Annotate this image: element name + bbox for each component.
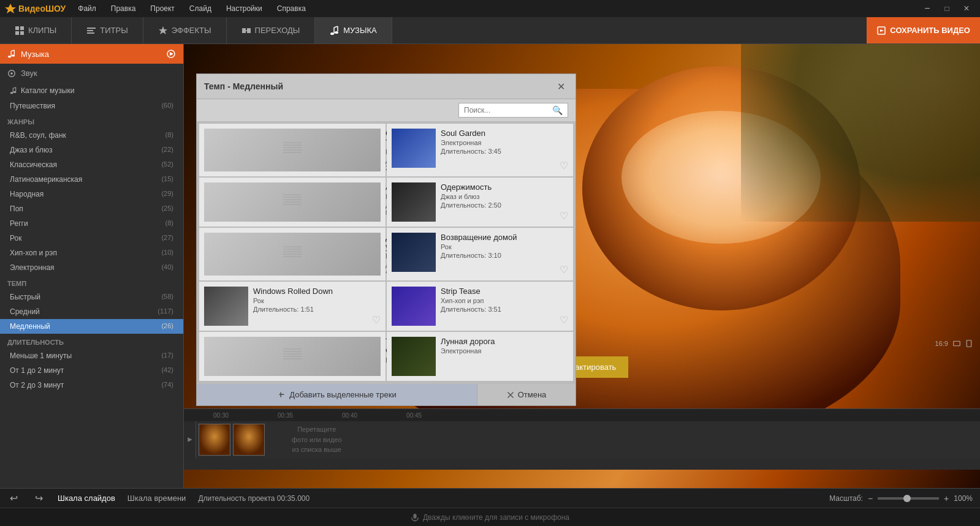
dialog-footer: Добавить выделенные треки Отмена: [197, 383, 575, 405]
genre-folk[interactable]: Народная(29): [0, 187, 183, 201]
svg-point-32: [13, 91, 17, 93]
tempo-medium[interactable]: Средний(117): [0, 304, 183, 319]
tab-bar: КЛИПЫ ТИТРЫ ЭФФЕКТЫ ПЕРЕХОДЫ МУЗЫКА СОХР…: [0, 17, 980, 44]
redo-button[interactable]: ↪: [32, 491, 45, 505]
genres-section-title: Жанры: [0, 113, 183, 128]
menu-bar: ВидеоШОУ Файл Правка Проект Слайд Настро…: [0, 0, 980, 17]
track-allemande[interactable]: Allemande Классическая Длительность: 0:1…: [199, 178, 386, 227]
svg-rect-34: [967, 340, 971, 347]
duration-1to2[interactable]: От 1 до 2 минут(42): [0, 363, 183, 378]
track-oderzhimost[interactable]: Одержимость Джаз и блюз Длительность: 2:…: [387, 178, 573, 227]
favorite-button[interactable]: ♡: [560, 160, 568, 171]
close-button[interactable]: ×: [958, 0, 975, 17]
add-tracks-button[interactable]: Добавить выделенные треки: [197, 384, 477, 405]
favorite-button[interactable]: ♡: [372, 314, 381, 326]
sound-section-header[interactable]: Звук: [0, 64, 183, 83]
tab-time-scale[interactable]: Шкала времени: [127, 494, 186, 503]
scale-control: Масштаб: − + 100%: [829, 494, 973, 503]
svg-rect-4: [20, 31, 24, 35]
favorite-button[interactable]: ♡: [560, 210, 568, 222]
menu-project[interactable]: Проект: [148, 3, 177, 14]
undo-button[interactable]: ↩: [7, 491, 20, 505]
svg-rect-1: [15, 26, 19, 30]
favorite-button[interactable]: ♡: [560, 264, 568, 276]
travel-item[interactable]: Путешествия (60): [0, 99, 183, 113]
svg-marker-35: [188, 437, 192, 442]
menu-edit[interactable]: Правка: [108, 3, 139, 14]
favorite-button[interactable]: ♡: [372, 210, 381, 222]
genre-jazz[interactable]: Джаз и блюз(22): [0, 143, 183, 157]
favorite-button[interactable]: ♡: [560, 314, 568, 326]
genre-rnb[interactable]: R&B, соул, фанк(8): [0, 128, 183, 143]
track-thumb: [392, 129, 436, 168]
tempo-slow[interactable]: Медленный(26): [0, 319, 183, 334]
svg-rect-9: [242, 28, 246, 33]
track-thumb: [204, 129, 381, 171]
svg-rect-10: [247, 28, 251, 33]
duration-under1[interactable]: Меньше 1 минуты(17): [0, 348, 183, 363]
search-icon: 🔍: [552, 105, 563, 115]
app-logo: ВидеоШОУ: [5, 3, 66, 14]
track-thumb-1: [199, 424, 230, 456]
mic-hint-bar[interactable]: Дважды кликните для записи с микрофона: [0, 508, 980, 526]
svg-point-12: [330, 32, 334, 35]
menu-help[interactable]: Справка: [275, 3, 308, 14]
genre-electronic[interactable]: Электронная(40): [0, 260, 183, 275]
svg-marker-25: [170, 52, 173, 56]
track-detskaya-ulibka[interactable]: Детская улыбка Классическая Длительность…: [199, 228, 386, 280]
music-section-header: Музыка: [0, 44, 183, 64]
menu-slide[interactable]: Слайд: [187, 3, 214, 14]
track-thumb: [392, 182, 436, 222]
minimize-button[interactable]: −: [919, 0, 936, 17]
zoom-out-button[interactable]: −: [868, 494, 873, 503]
genre-rock[interactable]: Рок(27): [0, 231, 183, 246]
duration-label: Длительность проекта 00:35.000: [198, 494, 310, 503]
zoom-in-button[interactable]: +: [944, 494, 949, 503]
svg-marker-18: [880, 29, 884, 32]
track-thumb-2: [233, 424, 265, 456]
menu-settings[interactable]: Настройки: [224, 3, 265, 14]
svg-rect-33: [954, 341, 960, 346]
genre-reggae[interactable]: Регги(8): [0, 216, 183, 231]
svg-line-21: [11, 50, 14, 51]
cancel-button[interactable]: Отмена: [477, 384, 575, 405]
genre-classical[interactable]: Классическая(52): [0, 157, 183, 172]
tab-titles[interactable]: ТИТРЫ: [72, 17, 143, 43]
tab-transitions[interactable]: ПЕРЕХОДЫ: [227, 17, 316, 43]
track-lunnaya-doroga[interactable]: Лунная дорога Электронная: [387, 332, 573, 381]
svg-line-14: [334, 26, 338, 28]
search-box: 🔍: [458, 103, 568, 118]
track-strip-tease[interactable]: Strip Tease Хип-хоп и рэп Длительность: …: [387, 282, 573, 331]
search-input[interactable]: [464, 106, 550, 115]
bottom-bar: ↩ ↪ Шкала слайдов Шкала времени Длительн…: [0, 488, 980, 508]
favorite-button[interactable]: ♡: [372, 264, 381, 276]
dialog-close-button[interactable]: ✕: [553, 79, 568, 94]
tab-clips[interactable]: КЛИПЫ: [0, 17, 72, 43]
tempo-fast[interactable]: Быстрый(58): [0, 290, 183, 304]
save-video-button[interactable]: СОХРАНИТЬ ВИДЕО: [867, 17, 980, 43]
track-course-of-time[interactable]: Course of Time Классическая Длительность…: [199, 124, 386, 176]
menu-file[interactable]: Файл: [75, 3, 99, 14]
tab-effects[interactable]: ЭФФЕКТЫ: [143, 17, 227, 43]
tab-music[interactable]: МУЗЫКА: [315, 17, 392, 43]
tab-slide-scale[interactable]: Шкала слайдов: [58, 494, 115, 503]
track-tainstvennaya[interactable]: Таинственная чаща Классическая: [199, 332, 386, 381]
drag-hint: Перетащитефото или видеоиз списка выше: [292, 424, 341, 455]
svg-point-28: [10, 92, 13, 94]
aspect-ratio: 16:9: [935, 340, 973, 347]
track-vozvrashchenie[interactable]: Возвращение домой Рок Длительность: 3:10…: [387, 228, 573, 280]
left-sidebar: Музыка Звук Каталог музыки Путешествия (…: [0, 44, 184, 488]
maximize-button[interactable]: □: [938, 0, 955, 17]
track-thumb: [204, 287, 248, 326]
track-windows-rolled-down[interactable]: Windows Rolled Down Рок Длительность: 1:…: [199, 282, 386, 331]
svg-rect-5: [87, 28, 96, 29]
catalog-item[interactable]: Каталог музыки: [0, 83, 183, 99]
genre-latin[interactable]: Латиноамериканская(15): [0, 172, 183, 187]
track-soul-garden[interactable]: Soul Garden Электронная Длительность: 3:…: [387, 124, 573, 176]
favorite-button[interactable]: ♡: [372, 160, 381, 171]
genre-hiphop[interactable]: Хип-хоп и рэп(10): [0, 246, 183, 260]
zoom-slider[interactable]: [878, 497, 939, 500]
svg-marker-8: [159, 26, 167, 34]
genre-pop[interactable]: Поп(25): [0, 201, 183, 216]
duration-2to3[interactable]: От 2 до 3 минут(74): [0, 378, 183, 393]
